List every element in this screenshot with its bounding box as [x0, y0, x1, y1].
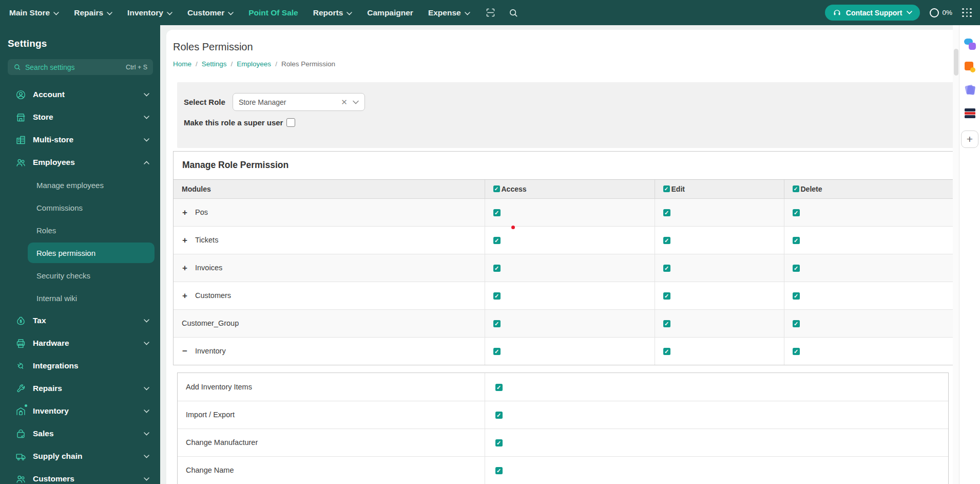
nav-item-inventory[interactable]: Inventory: [127, 8, 172, 17]
access-checkbox[interactable]: [495, 439, 503, 446]
delete-checkbox[interactable]: [793, 209, 800, 216]
sidebar-item-sales[interactable]: Sales: [0, 422, 160, 445]
purple-cards-icon[interactable]: [964, 84, 976, 96]
breadcrumb-employees[interactable]: Employees: [237, 60, 271, 68]
nav-item-point-of-sale[interactable]: Point Of Sale: [248, 8, 298, 17]
expand-plus-icon[interactable]: +: [182, 208, 188, 217]
sidebar-item-supply-chain[interactable]: Supply chain: [0, 445, 160, 468]
contact-support-label: Contact Support: [846, 9, 902, 17]
sidebar-item-integrations[interactable]: Integrations: [0, 355, 160, 377]
breadcrumb-settings[interactable]: Settings: [202, 60, 227, 68]
sidebar-item-label: Store: [33, 113, 53, 122]
stacked-bars-icon[interactable]: [964, 107, 976, 119]
sidebar-item-multi-store[interactable]: Multi-store: [0, 128, 160, 151]
nav-item-label: Inventory: [127, 8, 163, 17]
clear-icon[interactable]: ✕: [341, 98, 348, 107]
delete-checkbox[interactable]: [793, 265, 800, 272]
sidebar-subitem-roles[interactable]: Roles: [0, 219, 160, 241]
apps-grid-icon[interactable]: [962, 8, 972, 17]
sidebar-item-repairs[interactable]: Repairs: [0, 377, 160, 400]
column-header-modules: Modules: [174, 180, 485, 198]
nav-item-repairs[interactable]: Repairs: [74, 8, 112, 17]
delete-checkbox[interactable]: [793, 237, 800, 244]
sidebar-item-customers[interactable]: Customers: [0, 468, 160, 484]
sidebar-item-employees[interactable]: Employees: [0, 151, 160, 174]
access-checkbox[interactable]: [495, 412, 503, 419]
sidebar-subitem-commissions[interactable]: Commissions: [0, 196, 160, 219]
contact-support-button[interactable]: Contact Support: [825, 5, 920, 21]
chevron-down-icon: [144, 477, 149, 481]
access-checkbox[interactable]: [495, 384, 503, 391]
sub-permission-row-import-export: Import / Export: [178, 401, 948, 429]
edit-column-checkbox[interactable]: [663, 185, 670, 192]
orange-shapes-icon[interactable]: [964, 61, 976, 73]
access-checkbox[interactable]: [493, 209, 501, 216]
sidebar-subitem-manage-employees[interactable]: Manage employees: [0, 174, 160, 196]
edit-checkbox[interactable]: [663, 265, 670, 272]
edit-checkbox[interactable]: [663, 209, 670, 216]
chevron-down-icon: [347, 8, 352, 17]
edit-checkbox[interactable]: [663, 320, 670, 327]
access-checkbox[interactable]: [493, 320, 501, 327]
breadcrumb-separator: /: [196, 60, 198, 68]
settings-search-input[interactable]: Search settings Ctrl + S: [8, 59, 153, 75]
collapse-minus-icon[interactable]: −: [182, 347, 188, 356]
expand-plus-icon[interactable]: +: [182, 236, 188, 245]
edit-checkbox[interactable]: [663, 237, 670, 244]
expand-plus-icon[interactable]: +: [182, 264, 188, 272]
access-checkbox[interactable]: [493, 348, 501, 355]
sidebar-item-label: Integrations: [33, 361, 79, 370]
scrollbar-thumb[interactable]: [954, 49, 958, 76]
delete-column-checkbox[interactable]: [793, 185, 799, 192]
chevron-down-icon: [228, 8, 234, 17]
main-background: Roles Permission Home/Settings/Employees…: [160, 25, 953, 484]
sidebar-item-account[interactable]: Account: [0, 83, 160, 106]
breadcrumb-home[interactable]: Home: [173, 60, 191, 68]
sidebar-item-store[interactable]: Store: [0, 106, 160, 128]
sidebar-subitem-roles-permission[interactable]: Roles permission: [28, 243, 155, 263]
sidebar-subitem-security-checks[interactable]: Security checks: [0, 264, 160, 287]
sales-icon: [15, 429, 26, 439]
integrations-icon: [15, 361, 26, 371]
column-header-edit: Edit: [655, 180, 784, 198]
sidebar-item-label: Repairs: [33, 384, 62, 393]
sidebar-item-tax[interactable]: Tax: [0, 309, 160, 332]
add-sidebar-item-button[interactable]: +: [961, 131, 978, 148]
access-checkbox[interactable]: [493, 292, 501, 300]
delete-checkbox[interactable]: [793, 320, 800, 327]
nav-item-customer[interactable]: Customer: [187, 8, 234, 17]
sidebar-item-label: Inventory: [33, 406, 69, 416]
sidebar-item-hardware[interactable]: Hardware: [0, 332, 160, 355]
sidebar-item-inventory[interactable]: Inventory: [0, 400, 160, 422]
chevron-down-icon: [53, 8, 59, 17]
shapes-blue-purple-icon[interactable]: [964, 38, 976, 50]
settings-sidebar: Settings Search settings Ctrl + S Accoun…: [0, 25, 160, 484]
super-user-checkbox[interactable]: [286, 118, 295, 127]
usage-indicator[interactable]: 0%: [930, 8, 952, 17]
access-checkbox[interactable]: [493, 237, 501, 244]
role-select-dropdown[interactable]: Store Manager ✕: [233, 93, 365, 111]
nav-item-main-store[interactable]: Main Store: [9, 8, 59, 17]
access-column-checkbox[interactable]: [493, 185, 500, 192]
access-checkbox[interactable]: [495, 467, 503, 474]
module-row-pos: +Pos: [174, 198, 954, 226]
chevron-down-icon[interactable]: [353, 100, 359, 104]
nav-item-campaigner[interactable]: Campaigner: [367, 8, 413, 17]
nav-item-reports[interactable]: Reports: [313, 8, 353, 17]
search-icon[interactable]: [508, 8, 518, 18]
nav-item-label: Reports: [313, 8, 343, 17]
delete-checkbox[interactable]: [793, 292, 800, 300]
red-dot-marker: [511, 226, 515, 229]
module-label: Customer_Group: [182, 319, 239, 327]
scan-icon[interactable]: [485, 7, 496, 18]
sidebar-item-label: Multi-store: [33, 135, 73, 144]
edit-checkbox[interactable]: [663, 292, 670, 300]
nav-item-expense[interactable]: Expense: [428, 8, 470, 17]
delete-checkbox[interactable]: [793, 348, 800, 355]
nav-item-label: Repairs: [74, 8, 103, 17]
expand-plus-icon[interactable]: +: [182, 291, 188, 300]
edit-checkbox[interactable]: [663, 348, 670, 355]
access-checkbox[interactable]: [493, 265, 501, 272]
sidebar-subitem-internal-wiki[interactable]: Internal wiki: [0, 287, 160, 309]
nav-item-label: Expense: [428, 8, 461, 17]
